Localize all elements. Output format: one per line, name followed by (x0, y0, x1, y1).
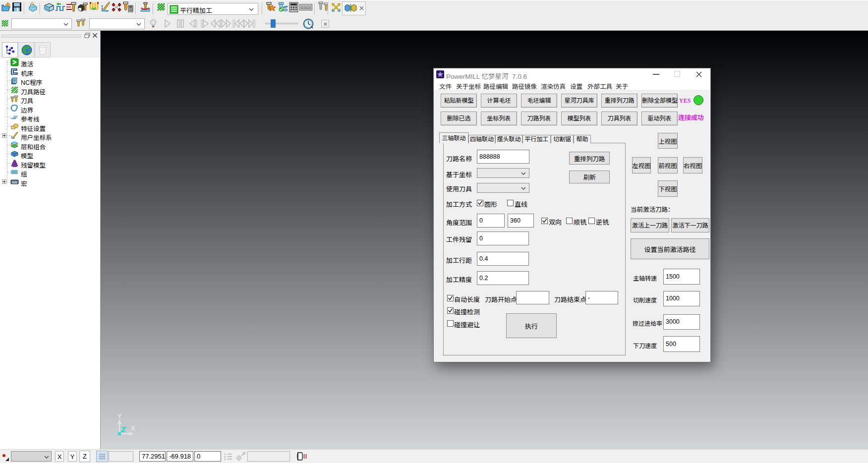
svg-text:z: z (224, 457, 226, 461)
